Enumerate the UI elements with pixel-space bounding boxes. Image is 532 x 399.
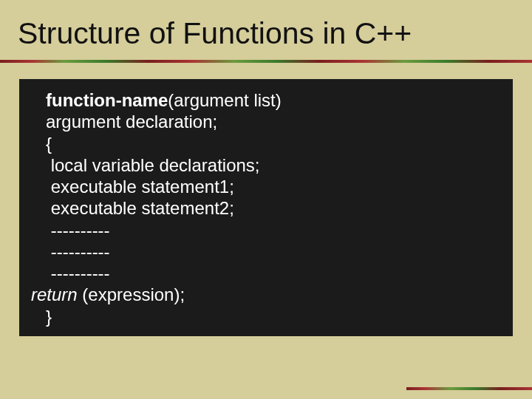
code-line-11: } [31,306,501,327]
footer-stripe [406,387,532,390]
title-underline [0,60,532,63]
code-text: ---------- [46,242,110,262]
code-line-5: executable statement1; [31,176,501,197]
code-line-10: return (expression); [31,284,501,305]
function-name-keyword: function-name [46,90,168,110]
code-text: (argument list) [168,90,281,110]
return-keyword: return [31,284,78,304]
code-line-4: local variable declarations; [31,154,501,176]
code-text: ---------- [46,263,110,283]
code-line-1: function-name(argument list) [31,89,501,111]
footer [0,386,532,399]
code-line-8: ---------- [31,241,501,262]
code-text: (expression); [78,284,185,304]
code-text: executable statement2; [46,198,234,218]
code-line-3: { [31,133,501,154]
code-text: ---------- [46,220,110,240]
slide-title: Structure of Functions in C++ [0,0,532,60]
code-text: argument declaration; [46,112,217,132]
code-text: executable statement1; [46,177,234,197]
code-line-6: executable statement2; [31,197,501,219]
code-text: } [46,307,52,327]
code-text: local variable declarations; [46,155,260,175]
code-line-9: ---------- [31,262,501,284]
code-line-7: ---------- [31,219,501,241]
code-text: { [46,134,52,154]
code-block: function-name(argument list) argument de… [19,79,513,336]
code-line-2: argument declaration; [31,111,501,132]
